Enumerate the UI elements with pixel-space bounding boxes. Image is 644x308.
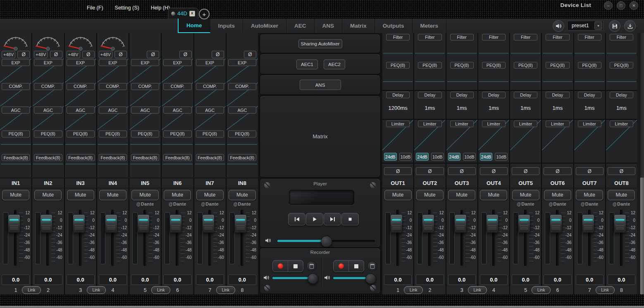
phantom-48v-button[interactable]: +48V: [34, 51, 48, 58]
phase-button[interactable]: Ø: [212, 51, 224, 58]
limiter-button[interactable]: Limiter: [386, 121, 410, 127]
phantom-48v-button[interactable]: +48V: [99, 51, 112, 58]
volume-knob[interactable]: [365, 273, 376, 284]
gain-24db-button[interactable]: 24dB: [448, 153, 461, 161]
comp-button[interactable]: COMP.: [163, 83, 191, 90]
ans-button[interactable]: ANS: [300, 80, 341, 90]
peq-button[interactable]: PEQ(8): [34, 130, 62, 137]
filter-button[interactable]: Filter: [610, 34, 633, 40]
gain-value[interactable]: 0.0: [99, 275, 127, 285]
phase-button[interactable]: Ø: [384, 167, 412, 175]
mute-button[interactable]: Mute: [544, 190, 571, 200]
comp-button[interactable]: COMP.: [99, 83, 127, 90]
delay-button[interactable]: Delay: [546, 92, 569, 98]
file-button[interactable]: [367, 261, 377, 271]
phase-button[interactable]: Ø: [50, 51, 62, 58]
link-button[interactable]: Link: [596, 286, 615, 294]
agc-button[interactable]: AGC: [67, 107, 95, 114]
aec1-button[interactable]: AEC1: [296, 59, 318, 69]
peq-button[interactable]: PEQ(8): [163, 130, 191, 137]
matrix-label[interactable]: Matrix: [260, 96, 380, 177]
mute-button[interactable]: Mute: [448, 190, 475, 200]
feedback-button[interactable]: Feedback(8): [131, 154, 159, 161]
exp-button[interactable]: EXP: [131, 59, 159, 66]
tab-outputs[interactable]: Outputs: [375, 19, 413, 33]
fader-handle[interactable]: [73, 214, 85, 233]
exp-button[interactable]: EXP: [99, 59, 127, 66]
exp-button[interactable]: EXP: [67, 59, 95, 66]
agc-button[interactable]: AGC: [99, 107, 127, 114]
gain-10db-button[interactable]: 10dB: [495, 153, 508, 161]
volume-knob[interactable]: [321, 236, 332, 247]
fader-handle[interactable]: [454, 214, 467, 233]
limiter-button[interactable]: Limiter: [514, 121, 537, 127]
phase-button[interactable]: Ø: [480, 167, 508, 175]
fader-handle[interactable]: [614, 214, 626, 233]
gain-value[interactable]: 0.0: [228, 275, 256, 285]
gain-value[interactable]: 0.0: [448, 275, 476, 285]
peq-button[interactable]: PEQ(8): [2, 130, 30, 137]
record-button[interactable]: [334, 261, 348, 272]
gain-value[interactable]: 0.0: [2, 275, 30, 285]
exp-button[interactable]: EXP: [196, 59, 224, 66]
gain-value[interactable]: 0.0: [196, 275, 224, 285]
save-preset-button[interactable]: [609, 20, 620, 32]
gain-10db-button[interactable]: 10dB: [463, 153, 476, 161]
phase-button[interactable]: Ø: [512, 167, 539, 175]
mute-button[interactable]: Mute: [512, 190, 539, 200]
feedback-button[interactable]: Feedback(8): [196, 154, 224, 161]
peq-button[interactable]: PEQ(8): [610, 62, 633, 69]
export-preset-button[interactable]: [624, 20, 636, 32]
mute-button[interactable]: Mute: [131, 190, 159, 200]
feedback-button[interactable]: Feedback(8): [99, 154, 127, 161]
agc-button[interactable]: AGC: [34, 107, 62, 114]
fader-handle[interactable]: [8, 214, 20, 233]
link-button[interactable]: Link: [532, 286, 551, 294]
feedback-button[interactable]: Feedback(8): [67, 154, 95, 161]
tab-meters[interactable]: Meters: [413, 19, 447, 33]
gain-value[interactable]: 0.0: [131, 275, 159, 285]
mute-button[interactable]: Mute: [416, 190, 444, 200]
volume-knob[interactable]: [308, 273, 318, 284]
comp-button[interactable]: COMP.: [131, 83, 159, 90]
fader-handle[interactable]: [105, 214, 117, 233]
menu-setting[interactable]: Setting (S): [115, 5, 139, 11]
link-button[interactable]: Link: [216, 286, 235, 294]
gain-24db-button[interactable]: 24dB: [480, 153, 493, 161]
phase-button[interactable]: Ø: [544, 167, 571, 175]
filter-button[interactable]: Filter: [450, 34, 474, 40]
delay-button[interactable]: Delay: [386, 92, 410, 98]
device-tab[interactable]: 44D X: [168, 8, 198, 19]
phase-button[interactable]: Ø: [17, 51, 30, 58]
mute-button[interactable]: Mute: [67, 190, 94, 200]
tab-automixer[interactable]: AutoMixer: [243, 19, 286, 33]
link-button[interactable]: Link: [22, 286, 41, 294]
close-icon[interactable]: ✕: [630, 1, 638, 10]
fader-handle[interactable]: [550, 214, 562, 233]
gain-10db-button[interactable]: 10dB: [431, 153, 444, 161]
link-button[interactable]: Link: [404, 286, 423, 294]
gain-10db-button[interactable]: 10dB: [399, 153, 412, 161]
mute-button[interactable]: Mute: [608, 190, 635, 200]
tab-home[interactable]: Home: [178, 19, 210, 33]
exp-button[interactable]: EXP: [163, 59, 191, 66]
delay-button[interactable]: Delay: [450, 92, 474, 98]
phantom-48v-button[interactable]: +48V: [2, 51, 15, 58]
gain-value[interactable]: 0.0: [34, 275, 62, 285]
phase-button[interactable]: Ø: [82, 51, 95, 58]
phase-button[interactable]: Ø: [448, 167, 476, 175]
comp-button[interactable]: COMP.: [2, 83, 30, 90]
feedback-button[interactable]: Feedback(8): [2, 154, 30, 161]
maximize-icon[interactable]: □: [617, 1, 625, 10]
stop-button[interactable]: [341, 213, 359, 225]
limiter-button[interactable]: Limiter: [450, 121, 474, 127]
mute-button[interactable]: Mute: [2, 190, 29, 200]
peq-button[interactable]: PEQ(8): [228, 130, 256, 137]
preset-select[interactable]: preset1 ▼: [567, 21, 603, 31]
limiter-button[interactable]: Limiter: [418, 121, 441, 127]
fader-handle[interactable]: [518, 214, 530, 233]
filter-button[interactable]: Filter: [418, 34, 441, 40]
link-button[interactable]: Link: [151, 286, 170, 294]
comp-button[interactable]: COMP.: [34, 83, 62, 90]
gain-value[interactable]: 0.0: [480, 275, 508, 285]
